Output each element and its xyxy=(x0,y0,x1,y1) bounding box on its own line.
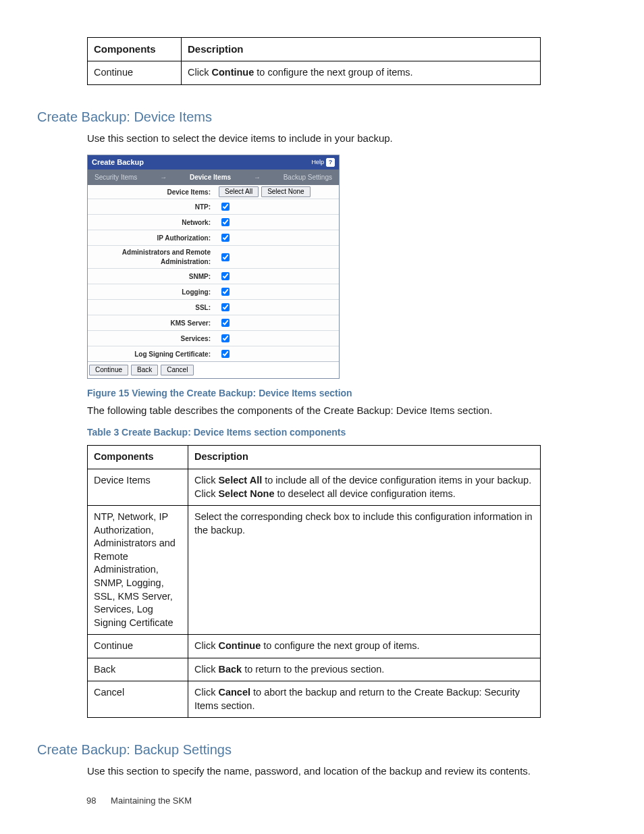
device-item-row: SNMP: xyxy=(88,269,339,284)
continue-button[interactable]: Continue xyxy=(89,365,128,375)
th-description: Description xyxy=(182,38,541,61)
device-item-label: SNMP: xyxy=(88,270,215,284)
device-item-row: SSL: xyxy=(88,300,339,315)
th-components: Components xyxy=(88,446,188,469)
arrow-icon: → xyxy=(160,173,167,182)
create-backup-panel: Create Backup Help ? Security Items → De… xyxy=(87,155,340,379)
device-item-label: Administrators and Remote Administration… xyxy=(88,246,215,268)
help-icon: ? xyxy=(326,158,335,167)
device-item-checkbox[interactable] xyxy=(221,303,230,311)
td-back: Back xyxy=(88,658,188,681)
device-item-row: KMS Server: xyxy=(88,315,339,331)
page-footer: 98 Maintaining the SKM xyxy=(86,795,192,807)
device-item-row: Logging: xyxy=(88,284,339,300)
table-lead: The following table describes the compon… xyxy=(87,404,556,417)
device-item-checkbox[interactable] xyxy=(221,234,230,242)
device-item-checkbox[interactable] xyxy=(221,272,230,280)
heading-device-items: Create Backup: Device Items xyxy=(37,108,556,126)
arrow-icon: → xyxy=(254,173,261,182)
top-components-table: Components Description Continue Click Co… xyxy=(87,37,541,85)
select-all-button[interactable]: Select All xyxy=(219,186,259,197)
th-description: Description xyxy=(188,446,541,469)
device-item-row: Services: xyxy=(88,331,339,346)
select-none-button[interactable]: Select None xyxy=(261,186,310,197)
page-number: 98 xyxy=(86,796,96,806)
device-item-label: Logging: xyxy=(88,286,215,299)
td-back-desc: Click Back to return to the previous sec… xyxy=(188,658,541,681)
device-item-checkbox[interactable] xyxy=(221,319,230,327)
td-item-list-desc: Select the corresponding check box to in… xyxy=(188,506,541,635)
td-cancel: Cancel xyxy=(88,681,188,718)
th-components: Components xyxy=(88,38,182,61)
table-caption: Table 3 Create Backup: Device Items sect… xyxy=(87,426,556,439)
device-item-checkbox[interactable] xyxy=(221,203,230,211)
device-item-checkbox[interactable] xyxy=(221,334,230,342)
tab-security-items[interactable]: Security Items xyxy=(95,173,137,182)
intro-backup-settings: Use this section to specify the name, pa… xyxy=(87,764,556,778)
device-item-label: Log Signing Certificate: xyxy=(88,348,215,361)
device-item-label: Network: xyxy=(88,216,215,230)
device-item-label: NTP: xyxy=(88,201,215,214)
td-cancel-desc: Click Cancel to abort the backup and ret… xyxy=(188,681,541,718)
device-item-checkbox[interactable] xyxy=(221,350,230,358)
device-item-row: Administrators and Remote Administration… xyxy=(88,246,339,269)
td-continue: Continue xyxy=(88,635,188,658)
td-device-items-desc: Click Select All to include all of the d… xyxy=(188,469,541,506)
device-item-label: KMS Server: xyxy=(88,317,215,330)
device-item-checkbox[interactable] xyxy=(221,253,230,261)
back-button[interactable]: Back xyxy=(131,365,158,375)
device-item-row: Network: xyxy=(88,215,339,230)
td-continue: Continue xyxy=(88,61,182,85)
device-item-label: Services: xyxy=(88,332,215,346)
panel-titlebar: Create Backup Help ? xyxy=(88,155,339,170)
tab-device-items[interactable]: Device Items xyxy=(190,173,231,182)
device-item-checkbox[interactable] xyxy=(221,288,230,296)
device-item-label: SSL: xyxy=(88,301,215,315)
td-device-items: Device Items xyxy=(88,469,188,506)
figure-caption: Figure 15 Viewing the Create Backup: Dev… xyxy=(87,387,556,400)
td-continue-desc: Click Continue to configure the next gro… xyxy=(182,61,541,85)
device-items-label: Device Items: xyxy=(88,186,215,199)
components-table: Components Description Device Items Clic… xyxy=(87,445,541,718)
device-item-label: IP Authorization: xyxy=(88,232,215,245)
cancel-button[interactable]: Cancel xyxy=(161,365,194,375)
device-item-row: IP Authorization: xyxy=(88,230,339,246)
intro-device-items: Use this section to select the device it… xyxy=(87,132,556,145)
td-item-list: NTP, Network, IP Authorization, Administ… xyxy=(88,506,188,635)
heading-backup-settings: Create Backup: Backup Settings xyxy=(37,741,556,759)
help-link[interactable]: Help ? xyxy=(311,158,335,167)
panel-title: Create Backup xyxy=(92,157,144,167)
wizard-breadcrumb: Security Items → Device Items → Backup S… xyxy=(88,170,339,186)
tab-backup-settings[interactable]: Backup Settings xyxy=(284,173,332,182)
device-item-row: Log Signing Certificate: xyxy=(88,346,339,361)
td-continue-desc: Click Continue to configure the next gro… xyxy=(188,635,541,658)
device-item-checkbox[interactable] xyxy=(221,218,230,226)
device-item-row: NTP: xyxy=(88,199,339,215)
footer-title: Maintaining the SKM xyxy=(111,796,192,806)
